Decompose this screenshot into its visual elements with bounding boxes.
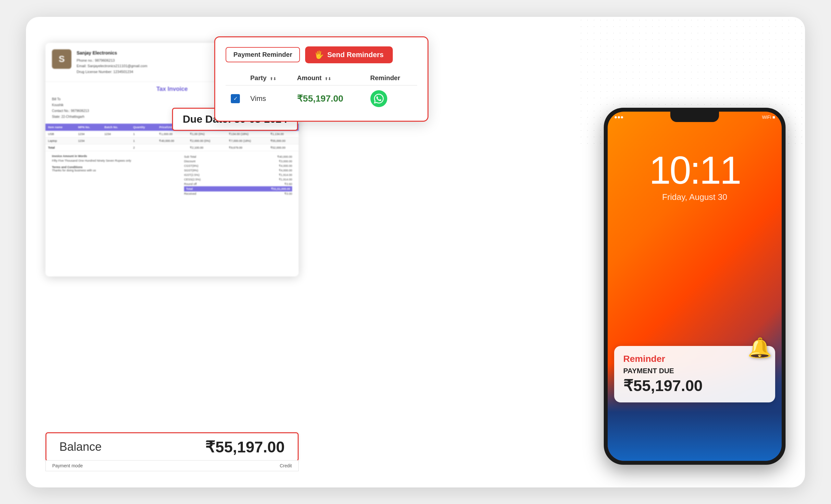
received-value: ₹0.00 [284, 192, 292, 196]
balance-label: Balance [59, 440, 102, 454]
th-qty: Quantity [131, 124, 156, 131]
th-party: Party ⬆⬇ [245, 71, 292, 85]
row1-gst: ₹134.00 (18%) [226, 131, 268, 138]
discount-label: Discount [184, 160, 195, 163]
row2-amount: ₹55,000.00 [268, 137, 299, 144]
sub-total-label: Sub Total [184, 155, 196, 158]
cess-value: ₹1,914.00 [279, 178, 292, 181]
phone-carrier: ●●● [614, 114, 624, 120]
sort-icon-amount: ⬆⬇ [324, 77, 331, 81]
reminder-table: Party ⬆⬇ Amount ⬆⬇ Reminder ✓ Vims [226, 71, 417, 112]
discount-value: ₹3,000.00 [279, 160, 292, 163]
battery-icon: ■ [773, 115, 775, 120]
reminder-card: Payment Reminder 🖐 Send Reminders Party … [214, 36, 428, 122]
payment-mode-bar: Payment mode Credit [46, 460, 299, 471]
company-drug-license: Drug License Number: 1234501234 [77, 69, 147, 75]
row2-qty: 1 [131, 137, 156, 144]
row1-qty: 1 [131, 131, 156, 138]
cgst-label: CGST(9%) [184, 164, 198, 168]
th-reminder-col: Reminder [365, 71, 417, 85]
phone-clock: 10:11 [608, 151, 782, 189]
payment-reminder-button[interactable]: Payment Reminder [226, 47, 300, 62]
row-whatsapp-cell [365, 85, 417, 112]
row1-amount: ₹1,134.00 [268, 131, 299, 138]
send-reminders-label: Send Reminders [327, 51, 384, 59]
th-batch: Batch No. [102, 124, 131, 131]
total-row-value: ₹51,51,000.00 [271, 187, 290, 190]
total-label: Total [46, 144, 131, 151]
row-amount-value: ₹55,197.00 [292, 85, 365, 112]
row2-discount: ₹2,000.00 (0%) [187, 137, 226, 144]
party-checkbox[interactable]: ✓ [231, 94, 240, 103]
th-amount-col: Amount ⬆⬇ [292, 71, 365, 85]
total-price [156, 144, 187, 151]
row1-batch: 1234 [102, 131, 131, 138]
phone-mockup: ●●● WiFi ■ 10:11 Friday, August 30 🔔 Rem… [604, 108, 785, 465]
notification-amount: ₹55,197.00 [623, 377, 766, 395]
cess-label: CESS(2.5%) [184, 178, 201, 181]
notification-reminder-label: Reminder [623, 354, 766, 364]
rupee-symbol: ₹ [623, 377, 633, 394]
reminder-table-row: ✓ Vims ₹55,197.00 [226, 85, 417, 112]
row2-batch [102, 137, 131, 144]
balance-box: Balance ₹55,197.00 [46, 432, 299, 462]
row-party-name: Vims [245, 85, 292, 112]
th-mpn: MPN No. [76, 124, 102, 131]
send-reminders-button[interactable]: 🖐 Send Reminders [305, 47, 393, 63]
igst-label: IGST(2.5%) [184, 173, 200, 177]
round-off-value: ₹0.60 [284, 182, 292, 186]
row1-discount: ₹1,00 (0%) [187, 131, 226, 138]
phone-status-bar: ●●● WiFi ■ [614, 114, 775, 120]
terms-label: Terms and Conditions [52, 166, 160, 169]
received-label: Received [184, 192, 196, 196]
row2-price: ₹40,000.00 [156, 137, 187, 144]
table-row: Laptop 1234 1 ₹40,000.00 ₹2,000.00 (0%) … [46, 137, 299, 144]
table-row: USB 1234 1234 1 ₹1,000.00 ₹1,00 (0%) ₹13… [46, 131, 299, 138]
row2-gst: ₹7,000.00 (18%) [226, 137, 268, 144]
round-off-label: Round off [184, 182, 197, 186]
hand-icon: 🖐 [314, 50, 324, 59]
balance-amount: ₹55,197.00 [205, 438, 285, 456]
row1-mpn: 1234 [76, 131, 102, 138]
sgst-value: ₹4,000.00 [279, 169, 292, 172]
total-gst: ₹9,679.00 [226, 144, 268, 151]
row-checkbox-cell: ✓ [226, 85, 245, 112]
total-row-label: Total [186, 187, 193, 190]
cgst-value: ₹4,000.00 [279, 164, 292, 168]
phone-signal-icons: WiFi ■ [762, 115, 775, 120]
company-email: Email: Sanjayelectronics211101@gmail.com [77, 63, 147, 69]
credit-label: Credit [280, 463, 292, 468]
table-row-total: Total 2 ₹2,100.00 ₹9,679.00 ₹52,000.00 [46, 144, 299, 151]
payment-mode-label: Payment mode [52, 463, 83, 468]
igst-value: ₹1,914.00 [279, 173, 292, 177]
phone-date: Friday, August 30 [608, 192, 782, 202]
sgst-label: SGST(9%) [184, 169, 198, 172]
sort-icon-party: ⬆⬇ [270, 77, 276, 81]
whatsapp-icon[interactable] [370, 90, 387, 107]
row2-mpn: 1234 [76, 137, 102, 144]
sub-total-value: ₹40,000.00 [277, 155, 292, 158]
th-checkbox [226, 71, 245, 85]
reminder-card-header: Payment Reminder 🖐 Send Reminders [226, 47, 417, 63]
phone-time-display: 10:11 Friday, August 30 [608, 151, 782, 202]
total-discount: ₹2,100.00 [187, 144, 226, 151]
notification-amount-value: 55,197.00 [633, 377, 703, 394]
notification-payment-due: PAYMENT DUE [623, 367, 766, 375]
wifi-icon: WiFi [762, 115, 771, 120]
total-amount: ₹52,000.00 [268, 144, 299, 151]
company-logo: S [52, 49, 71, 69]
terms-text: Thanks for doing business with us [52, 169, 160, 172]
main-container: S Sanjay Electronics Phone no.: 98796062… [26, 17, 805, 487]
row1-price: ₹1,000.00 [156, 131, 187, 138]
company-name: Sanjay Electronics [77, 49, 147, 57]
company-phone: Phone no.: 9879606213 [77, 58, 147, 64]
notification-bell-float: 🔔 [748, 336, 772, 359]
phone-screen: ●●● WiFi ■ 10:11 Friday, August 30 🔔 Rem… [608, 112, 782, 461]
total-qty: 2 [131, 144, 156, 151]
th-item: Item name [46, 124, 76, 131]
amount-words-label: Invoice Amount in Words [52, 154, 160, 158]
row1-item: USB [46, 131, 76, 138]
phone-notification: 🔔 Reminder PAYMENT DUE ₹55,197.00 [614, 346, 775, 403]
row2-item: Laptop [46, 137, 76, 144]
amount-words: Fifty Five Thousand One Hundred Ninety S… [52, 159, 160, 162]
